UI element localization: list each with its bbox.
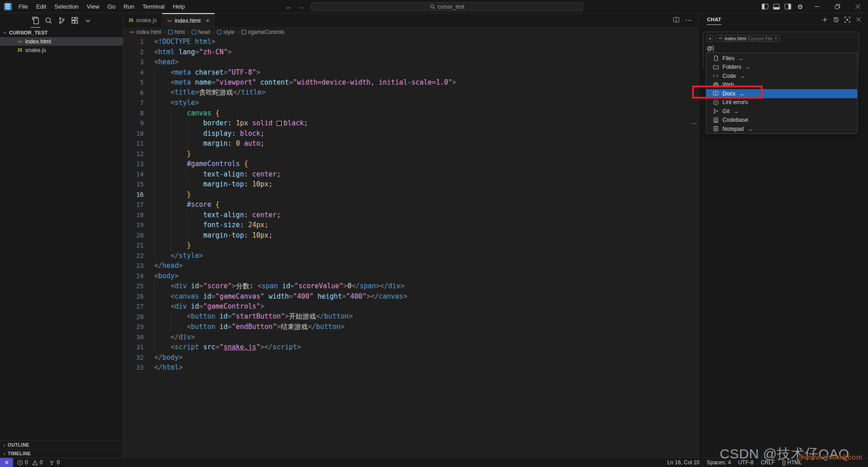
scrollbar-marker[interactable] [691, 123, 697, 124]
outline-section[interactable]: ›OUTLINE [0, 440, 123, 449]
ports-indicator[interactable]: 0 [49, 459, 60, 466]
menu-item-git[interactable]: Git→ [706, 107, 857, 116]
tab-chat[interactable]: CHAT [707, 14, 722, 25]
close-window-button[interactable] [848, 0, 868, 13]
tab-snake.js[interactable]: JSsnake.js [123, 13, 162, 27]
explorer-root[interactable]: CURSOR_TEST [0, 28, 123, 37]
menu-file[interactable]: File [14, 0, 32, 13]
history-icon[interactable] [832, 16, 840, 23]
line-content: <body> [144, 272, 179, 280]
line-number: 10 [123, 130, 144, 137]
line-number: 17 [123, 201, 144, 208]
timeline-section[interactable]: ›TIMELINE [0, 449, 123, 457]
more-actions-icon[interactable]: ⋯ [685, 16, 692, 24]
code-line: 8 canvas { [123, 108, 698, 119]
breadcrumb-separator: › [187, 29, 189, 34]
line-number: 26 [123, 293, 144, 300]
close-tab-icon[interactable]: × [206, 17, 210, 24]
restore-button[interactable] [827, 0, 848, 13]
line-number: 7 [123, 99, 144, 106]
close-panel-icon[interactable] [855, 16, 862, 23]
add-context-button[interactable]: + [707, 35, 713, 42]
tree-item-index.html[interactable]: <>index.html [0, 37, 123, 46]
back-button[interactable]: ← [285, 3, 293, 10]
menu-item-files[interactable]: Files→ [706, 54, 857, 63]
app-window: FileEditSelectionViewGoRunTerminalHelp ←… [0, 0, 868, 467]
menu-run[interactable]: Run [119, 0, 138, 13]
toggle-sidebar-icon[interactable] [760, 4, 771, 10]
menu-item-codebase[interactable]: Codebase [706, 116, 857, 125]
line-content: </div> [144, 333, 195, 341]
code-area[interactable]: 1<!DOCTYPE html>2<html lang="zh-CN">3<he… [123, 37, 698, 457]
forward-button[interactable]: → [297, 3, 305, 10]
breadcrumb-item-style[interactable]: style [217, 29, 235, 35]
arrow-right-icon: → [747, 126, 753, 132]
tab-label: index.html [175, 18, 201, 24]
menu-selection[interactable]: Selection [50, 0, 82, 13]
code-line: 25 <div id="score">分数: <span id="scoreVa… [123, 281, 698, 291]
code-line: 22 </style> [123, 251, 698, 261]
menu-item-notepad[interactable]: Notepad→ [706, 124, 857, 133]
line-number: 16 [123, 191, 144, 198]
extensions-icon[interactable] [70, 15, 80, 27]
file-tree: <>index.htmlJSsnake.js [0, 37, 123, 54]
code-line: 26 <canvas id="gameCanvas" width="400" h… [123, 291, 698, 302]
indent-guide [170, 169, 171, 180]
circle-x-icon [712, 99, 719, 105]
indent-guide [154, 240, 155, 251]
remove-chip-icon[interactable]: × [774, 36, 777, 41]
menu-item-lint-errors[interactable]: Lint errors [706, 98, 857, 107]
split-editor-icon[interactable] [673, 16, 679, 24]
menu-item-code[interactable]: Code→ [706, 71, 857, 81]
code-line: 3<head> [123, 57, 698, 67]
titlebar-actions: ⚙ [760, 0, 868, 13]
breadcrumb-item-head[interactable]: head [192, 29, 210, 35]
status-cursor-position[interactable]: Ln 16, Col 10 [667, 459, 699, 466]
indent-guide [154, 220, 155, 230]
menu-help[interactable]: Help [169, 0, 189, 13]
line-content: <style> [144, 99, 199, 107]
expand-icon[interactable] [844, 16, 851, 23]
toggle-secondary-sidebar-icon[interactable] [782, 4, 793, 10]
line-content: <meta name="viewport" content="width=dev… [144, 78, 456, 86]
tree-item-snake.js[interactable]: JSsnake.js [0, 46, 123, 54]
indent-guide [154, 281, 155, 291]
indent-guide [187, 129, 187, 139]
menu-go[interactable]: Go [104, 0, 119, 13]
source-control-icon[interactable] [57, 15, 66, 27]
explorer-icon[interactable] [30, 15, 40, 27]
line-content: <title>贪吃蛇游戏</title> [144, 88, 266, 97]
indent-guide [187, 138, 187, 149]
breadcrumb-item-index.html[interactable]: <>index.html [130, 29, 161, 35]
explorer-root-label: CURSOR_TEST [9, 30, 48, 35]
breadcrumb-item-html[interactable]: html [168, 29, 185, 35]
radio-tower-icon [49, 460, 55, 466]
new-chat-icon[interactable] [821, 16, 828, 23]
line-number: 3 [123, 58, 144, 66]
indent-guide [187, 179, 187, 190]
search-icon[interactable] [43, 15, 53, 27]
menu-item-label: Codebase [722, 117, 748, 123]
more-icon[interactable] [83, 15, 93, 27]
app-logo-icon[interactable] [4, 3, 12, 10]
line-content: font-size: 24px; [144, 221, 269, 229]
line-content: </html> [144, 363, 183, 372]
indent-guide [154, 108, 155, 119]
search-input[interactable]: cursor_test [311, 2, 583, 11]
indent-guide [170, 118, 171, 129]
context-chip[interactable]: <> index.html Current File × [716, 35, 780, 42]
settings-gear-icon[interactable]: ⚙ [793, 3, 807, 10]
js-file-icon: JS [17, 48, 22, 52]
minimize-button[interactable] [807, 0, 827, 13]
breadcrumb-item-#gameControls[interactable]: #gameControls [241, 29, 284, 35]
code-line: 1<!DOCTYPE html> [123, 37, 698, 47]
menu-item-folders[interactable]: Folders→ [706, 63, 857, 72]
problems-indicator[interactable]: 0 0 [17, 459, 42, 466]
menu-view[interactable]: View [83, 0, 104, 13]
menu-edit[interactable]: Edit [32, 0, 50, 13]
indent-guide [154, 169, 155, 180]
toggle-panel-icon[interactable] [771, 4, 782, 10]
remote-indicator[interactable] [0, 458, 13, 467]
tab-index.html[interactable]: <>index.html× [162, 13, 215, 27]
menu-terminal[interactable]: Terminal [138, 0, 169, 13]
